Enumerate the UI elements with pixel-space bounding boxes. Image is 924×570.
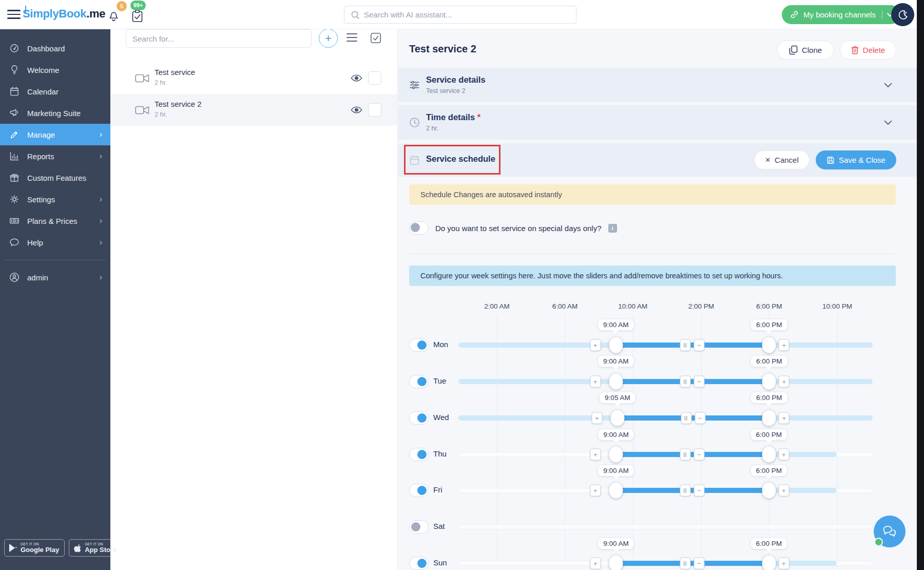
day-toggle[interactable] [409, 448, 429, 461]
chevron-down-icon[interactable] [884, 83, 892, 88]
dark-mode-toggle[interactable] [891, 3, 914, 26]
day-toggle[interactable] [409, 338, 429, 352]
day-toggle[interactable] [409, 411, 429, 425]
select-all-icon[interactable] [370, 32, 381, 44]
start-time-handle[interactable] [609, 446, 623, 462]
sidebar-item-dashboard[interactable]: Dashboard › [0, 37, 110, 59]
time-slider-track[interactable]: + || − + 9:00 AM 6:00 PM [458, 343, 873, 348]
split-range-button[interactable]: || [680, 558, 690, 569]
end-time-handle[interactable] [762, 483, 776, 499]
cancel-button[interactable]: ✕ Cancel [754, 150, 810, 169]
start-time-handle[interactable] [609, 337, 623, 353]
split-range-button[interactable]: || [680, 448, 690, 460]
lightbulb-icon [9, 65, 20, 75]
day-toggle[interactable] [409, 484, 429, 497]
service-list-item[interactable]: Test service 2 hr. [110, 62, 397, 94]
end-time-handle[interactable] [762, 337, 776, 353]
save-close-button[interactable]: Save & Close [816, 150, 896, 169]
start-time-handle[interactable] [609, 483, 623, 499]
video-service-icon [135, 105, 149, 116]
time-slider-track[interactable]: + || − + 9:00 AM 6:00 PM [458, 561, 873, 566]
add-breaktime-right-button[interactable]: + [779, 339, 790, 351]
visibility-eye-icon[interactable] [351, 106, 362, 113]
booking-channels-button[interactable]: My booking channels [782, 5, 900, 24]
sidebar-item-marketing-suite[interactable]: Marketing Suite › [0, 102, 110, 124]
app-store-badge[interactable]: GET IT ONApp Store [69, 539, 122, 557]
delete-button[interactable]: Delete [840, 41, 896, 60]
section-time-details[interactable]: Time details * 2 hr. [398, 105, 917, 140]
split-range-button[interactable]: || [680, 375, 690, 387]
day-toggle[interactable] [409, 520, 429, 534]
remove-range-button[interactable]: − [694, 485, 704, 497]
time-slider-track[interactable]: + || − + 9:00 AM 6:00 PM [458, 452, 873, 457]
service-checkbox[interactable] [368, 103, 381, 117]
end-time-handle[interactable] [762, 556, 776, 570]
add-breaktime-left-button[interactable]: + [590, 558, 601, 569]
info-icon[interactable]: i [608, 224, 617, 233]
start-time-handle[interactable] [610, 410, 624, 426]
time-slider-track[interactable]: + || − + 9:00 AM 6:00 PM [458, 379, 873, 384]
sidebar-item-plans-prices[interactable]: Plans & Prices › [0, 210, 110, 232]
service-search-input[interactable] [126, 29, 312, 48]
visibility-eye-icon[interactable] [351, 74, 362, 82]
list-view-icon[interactable] [346, 33, 357, 44]
add-breaktime-left-button[interactable]: + [590, 339, 601, 351]
clone-label: Clone [802, 46, 822, 54]
clone-button[interactable]: Clone [777, 41, 834, 60]
sidebar-item-settings[interactable]: Settings › [0, 188, 110, 210]
sidebar-item-calendar[interactable]: Calendar › [0, 81, 110, 102]
add-breaktime-right-button[interactable]: + [779, 375, 790, 387]
add-breaktime-right-button[interactable]: + [779, 412, 790, 424]
sidebar-item-reports[interactable]: Reports › [0, 145, 110, 167]
time-slider-track[interactable] [458, 524, 873, 529]
day-toggle[interactable] [409, 375, 429, 388]
ai-search-input[interactable] [364, 10, 576, 19]
add-breaktime-right-button[interactable]: + [778, 448, 789, 460]
end-time-handle[interactable] [762, 410, 776, 426]
sidebar-item-label: Settings [27, 195, 55, 204]
split-range-button[interactable]: || [681, 412, 691, 424]
start-time-handle[interactable] [609, 556, 623, 570]
menu-icon[interactable] [7, 10, 21, 20]
sidebar-item-help[interactable]: Help › [0, 232, 110, 253]
add-breaktime-right-button[interactable]: + [778, 558, 789, 569]
remove-range-button[interactable]: − [694, 339, 704, 351]
app-logo[interactable]: SimplyBook.me [23, 7, 105, 21]
add-breaktime-left-button[interactable]: + [591, 412, 602, 424]
day-toggle[interactable] [409, 557, 429, 570]
tasks-icon[interactable] [131, 9, 144, 23]
time-slider-track[interactable]: + || − + 9:05 AM 6:00 PM [458, 415, 873, 421]
end-time-handle[interactable] [762, 373, 776, 389]
remove-range-button[interactable]: − [694, 558, 704, 569]
sidebar-item-admin[interactable]: admin › [0, 267, 110, 288]
sidebar-item-label: Dashboard [27, 44, 65, 53]
section-service-details[interactable]: Service details Test service 2 [398, 68, 917, 102]
bell-icon[interactable] [108, 9, 120, 22]
start-time-tooltip: 9:00 AM [598, 319, 634, 330]
start-time-handle[interactable] [609, 373, 623, 389]
add-service-button[interactable]: + [319, 29, 338, 48]
add-breaktime-left-button[interactable]: + [590, 485, 601, 497]
service-checkbox[interactable] [368, 71, 381, 85]
split-range-button[interactable]: || [680, 339, 690, 351]
google-play-badge[interactable]: GET IT ONGoogle Play [4, 539, 65, 557]
service-list-item[interactable]: Test service 2 2 hr. [110, 94, 397, 126]
sidebar-item-welcome[interactable]: Welcome › [0, 59, 110, 81]
add-breaktime-left-button[interactable]: + [590, 375, 601, 387]
end-time-handle[interactable] [762, 446, 776, 462]
special-days-toggle[interactable] [409, 221, 429, 235]
remove-range-button[interactable]: − [694, 448, 704, 460]
end-time-tooltip: 6:00 PM [751, 465, 787, 476]
add-breaktime-left-button[interactable]: + [590, 448, 601, 460]
sidebar-item-manage[interactable]: Manage › [0, 124, 110, 145]
time-slider-track[interactable]: + || − + 9:00 AM 6:00 PM [458, 488, 873, 493]
working-hours-segment [618, 415, 769, 421]
sidebar-item-custom-features[interactable]: Custom Features › [0, 167, 110, 188]
section-subtitle: 2 hr. [426, 125, 438, 132]
chevron-down-icon[interactable] [884, 120, 892, 125]
remove-range-button[interactable]: − [694, 375, 704, 387]
add-breaktime-right-button[interactable]: + [778, 485, 789, 497]
split-range-button[interactable]: || [680, 485, 690, 497]
remove-range-button[interactable]: − [695, 412, 705, 424]
toggle-knob [417, 450, 427, 459]
